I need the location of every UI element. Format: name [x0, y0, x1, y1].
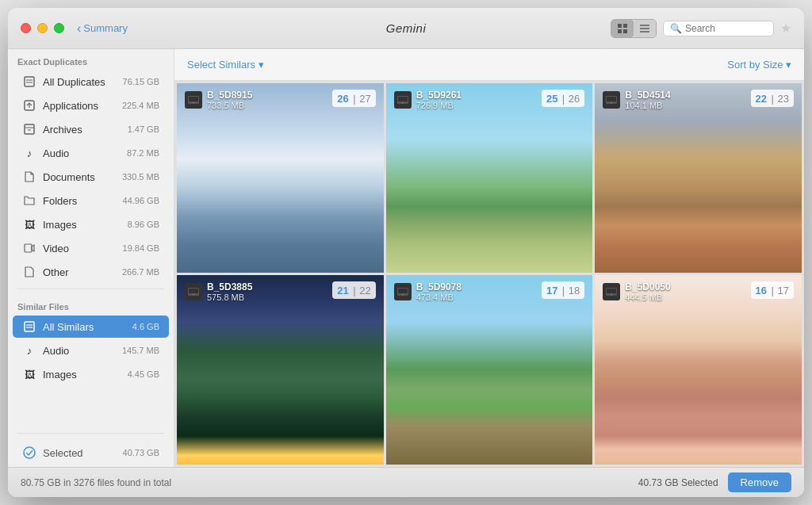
audio-size: 87.2 MB — [127, 148, 159, 158]
sidebar-item-audio[interactable]: ♪ Audio 87.2 MB — [13, 142, 169, 164]
cell-2-name-size: B_5D9261 726.9 MB — [416, 90, 462, 110]
sort-button[interactable]: Sort by Size ▾ — [727, 59, 791, 71]
folders-size: 44.96 GB — [123, 196, 159, 205]
documents-size: 330.5 MB — [122, 172, 159, 182]
grid-cell-2[interactable]: B_5D9261 726.9 MB 25 | 26 — [386, 83, 593, 273]
content-toolbar: Select Similars ▾ Sort by Size ▾ — [174, 49, 804, 81]
selected-size-label: 40.73 GB Selected — [638, 477, 718, 488]
back-label: Summary — [83, 22, 128, 34]
video-label: Video — [43, 243, 123, 254]
audio-icon: ♪ — [22, 146, 36, 160]
svg-rect-5 — [640, 28, 649, 29]
cell-2-name: B_5D9261 — [416, 90, 462, 101]
cell-5-count-hi: 17 — [546, 285, 557, 296]
sidebar-item-all-similars[interactable]: All Similars 4.6 GB — [13, 316, 169, 338]
sidebar-item-documents[interactable]: Documents 330.5 MB — [13, 166, 169, 188]
cell-6-info: B_5D0050 444.5 MB 16 | 17 — [595, 275, 802, 308]
images-label: Images — [43, 219, 128, 231]
back-arrow-icon: ‹ — [77, 21, 81, 36]
cell-4-info: B_5D3885 575.8 MB 21 | 22 — [177, 275, 384, 308]
sidebar-item-video[interactable]: Video 19.84 GB — [13, 237, 169, 259]
app-title: Gemini — [386, 21, 427, 35]
cell-5-info: B_5D9078 473.4 MB 17 | 18 — [386, 275, 593, 308]
main-content: Exact Duplicates All Duplicates 76.15 GB… — [8, 49, 804, 467]
grid-cell-5[interactable]: B_5D9078 473.4 MB 17 | 18 — [386, 275, 593, 465]
maximize-button[interactable] — [54, 23, 64, 33]
cell-6-count: 16 | 17 — [751, 281, 794, 299]
cell-1-name-size: B_5D8915 733.5 MB — [207, 90, 252, 110]
cell-2-count-hi: 25 — [546, 93, 557, 105]
cell-6-count-hi: 16 — [756, 285, 767, 296]
cell-3-drive-icon — [603, 91, 620, 109]
svg-rect-12 — [25, 124, 34, 134]
svg-rect-1 — [623, 24, 627, 28]
selected-icon — [22, 446, 36, 460]
app-window: ‹ Summary Gemini — [8, 8, 804, 497]
statusbar: 80.75 GB in 3276 files found in total 40… — [8, 467, 804, 497]
close-button[interactable] — [21, 23, 31, 33]
cell-4-count-sep: | — [353, 285, 358, 296]
cell-1-drive-icon — [185, 91, 202, 109]
cell-5-name: B_5D9078 — [416, 281, 462, 293]
applications-label: Applications — [43, 100, 122, 112]
search-icon: 🔍 — [670, 23, 682, 34]
search-box[interactable]: 🔍 — [663, 21, 774, 36]
grid-cell-1[interactable]: B_5D8915 733.5 MB 26 | 27 — [177, 83, 384, 273]
sidebar-item-applications[interactable]: Applications 225.4 MB — [13, 94, 169, 117]
svg-rect-27 — [607, 97, 616, 101]
grid-view-button[interactable] — [611, 20, 634, 37]
grid-icon — [618, 24, 627, 33]
cell-6-count-lo: 17 — [778, 285, 789, 296]
cell-3-name: B_5D4514 — [625, 90, 670, 101]
svg-rect-2 — [618, 29, 622, 33]
cell-5-count: 17 | 18 — [542, 281, 584, 299]
svg-rect-15 — [25, 244, 32, 252]
favorite-button[interactable]: ★ — [780, 21, 791, 36]
cell-3-count-sep: | — [772, 93, 777, 105]
content-area: Select Similars ▾ Sort by Size ▾ B_5D891… — [174, 49, 804, 467]
all-similars-label: All Similars — [43, 321, 132, 333]
select-similars-button[interactable]: Select Similars ▾ — [187, 59, 264, 71]
cell-3-file-info: B_5D4514 104.1 MB — [603, 90, 670, 110]
sidebar-item-all-duplicates[interactable]: All Duplicates 76.15 GB — [13, 71, 169, 93]
other-icon — [22, 265, 36, 279]
sidebar-item-images[interactable]: 🖼 Images 8.96 GB — [13, 213, 169, 235]
images-size: 8.96 GB — [128, 220, 159, 229]
grid-cell-3[interactable]: B_5D4514 104.1 MB 22 | 23 — [595, 83, 802, 273]
remove-button[interactable]: Remove — [728, 472, 791, 492]
sidebar-item-archives[interactable]: Archives 1.47 GB — [13, 118, 169, 140]
all-duplicates-label: All Duplicates — [43, 76, 123, 88]
cell-4-count: 21 | 22 — [332, 281, 375, 299]
audio-label: Audio — [43, 147, 127, 159]
cell-6-file-info: B_5D0050 444.5 MB — [603, 281, 670, 302]
all-similars-icon — [22, 319, 36, 334]
list-view-button[interactable] — [634, 20, 656, 37]
sidebar-item-other[interactable]: Other 266.7 MB — [13, 261, 169, 283]
minimize-button[interactable] — [37, 23, 48, 33]
audio-similar-icon: ♪ — [22, 343, 36, 358]
svg-point-22 — [193, 102, 194, 104]
sidebar-item-images-similar[interactable]: 🖼 Images 4.45 GB — [13, 363, 169, 385]
cell-3-count: 22 | 23 — [751, 90, 794, 107]
svg-rect-16 — [25, 322, 34, 331]
search-input[interactable] — [685, 23, 767, 34]
svg-rect-30 — [189, 289, 198, 293]
grid-cell-6[interactable]: B_5D0050 444.5 MB 16 | 17 — [595, 275, 802, 465]
view-toggle — [611, 19, 657, 38]
cell-2-count-lo: 26 — [569, 93, 580, 105]
sidebar-divider — [17, 289, 164, 289]
sidebar-item-folders[interactable]: Folders 44.96 GB — [13, 189, 169, 212]
cell-1-info: B_5D8915 733.5 MB 26 | 27 — [177, 83, 384, 117]
cell-3-count-lo: 23 — [778, 93, 789, 105]
back-button[interactable]: ‹ Summary — [77, 21, 128, 36]
cell-5-name-size: B_5D9078 473.4 MB — [416, 281, 462, 302]
cell-6-drive-icon — [603, 283, 620, 300]
svg-rect-36 — [607, 289, 616, 293]
sidebar-item-audio-similar[interactable]: ♪ Audio 145.7 MB — [13, 339, 169, 362]
grid-cell-4[interactable]: B_5D3885 575.8 MB 21 | 22 — [177, 275, 384, 465]
other-size: 266.7 MB — [122, 267, 159, 277]
all-duplicates-icon — [22, 75, 36, 89]
svg-rect-0 — [618, 24, 622, 28]
selected-size: 40.73 GB — [123, 448, 159, 457]
all-duplicates-size: 76.15 GB — [123, 77, 159, 86]
